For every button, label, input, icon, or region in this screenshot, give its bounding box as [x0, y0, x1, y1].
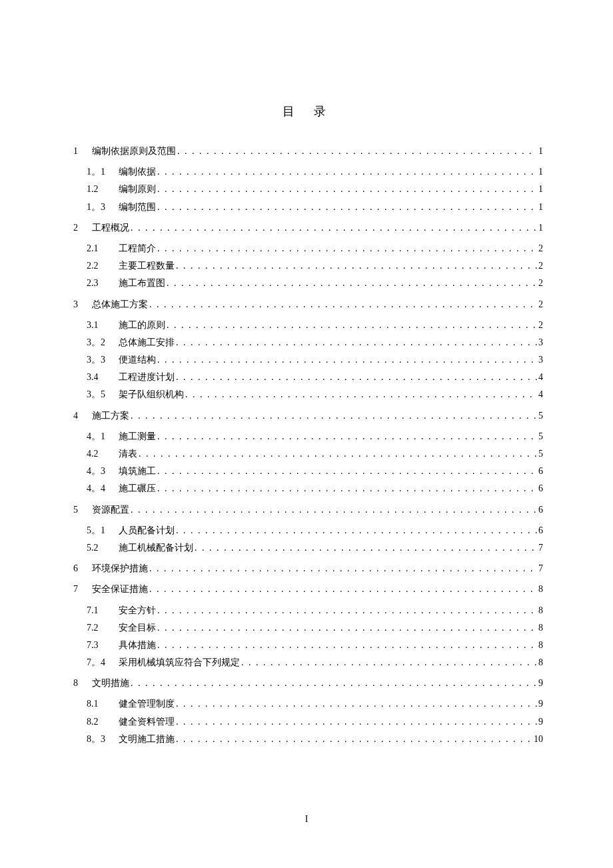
- toc-entry: 1。3编制范围. . . . . . . . . . . . . . . . .…: [87, 199, 543, 215]
- toc-entry: 8.2健全资料管理. . . . . . . . . . . . . . . .…: [87, 713, 543, 730]
- toc-dots: . . . . . . . . . . . . . . . . . . . . …: [156, 602, 537, 619]
- toc-entry-number: 3.1: [87, 317, 119, 333]
- toc-entry-number: 8。3: [87, 731, 119, 747]
- toc-entry: 8.1健全管理制度. . . . . . . . . . . . . . . .…: [87, 695, 543, 712]
- toc-dots: . . . . . . . . . . . . . . . . . . . . …: [156, 181, 537, 197]
- toc-dots: . . . . . . . . . . . . . . . . . . . . …: [156, 240, 537, 257]
- toc-entry-number: 7.3: [87, 637, 119, 653]
- toc-entry-page: 2: [537, 240, 543, 257]
- toc-entry: 7。4采用机械填筑应符合下列规定. . . . . . . . . . . . …: [87, 654, 543, 671]
- toc-entry-page: 5: [537, 445, 543, 462]
- toc-entry-page: 1: [537, 219, 543, 236]
- toc-entry: 6环境保护措施. . . . . . . . . . . . . . . . .…: [73, 560, 543, 577]
- toc-entry-label: 人员配备计划: [119, 522, 175, 539]
- toc-entry-page: 8: [537, 602, 543, 619]
- toc-entry-number: 3。3: [87, 351, 119, 368]
- toc-entry: 2工程概况. . . . . . . . . . . . . . . . . .…: [73, 219, 543, 236]
- toc-dots: . . . . . . . . . . . . . . . . . . . . …: [193, 539, 537, 556]
- toc-entry-label: 健全管理制度: [119, 695, 175, 712]
- toc-entry-number: 8: [73, 675, 92, 691]
- toc-dots: . . . . . . . . . . . . . . . . . . . . …: [156, 637, 537, 653]
- toc-entry-label: 文明措施: [92, 675, 129, 691]
- toc-entry-number: 7: [73, 581, 92, 597]
- toc-entry: 4。1施工测量. . . . . . . . . . . . . . . . .…: [87, 428, 543, 445]
- toc-entry-number: 4: [73, 407, 92, 424]
- toc-entry: 2.2主要工程数量. . . . . . . . . . . . . . . .…: [87, 257, 543, 274]
- toc-entry: 7.1安全方针. . . . . . . . . . . . . . . . .…: [87, 602, 543, 619]
- toc-entry-page: 6: [537, 501, 543, 518]
- toc-dots: . . . . . . . . . . . . . . . . . . . . …: [165, 317, 537, 333]
- toc-entry: 5。1人员配备计划. . . . . . . . . . . . . . . .…: [87, 522, 543, 539]
- toc-entry-page: 9: [537, 695, 543, 712]
- toc-entry-label: 环境保护措施: [92, 560, 148, 577]
- toc-entry-number: 3。5: [87, 386, 119, 403]
- toc-entry-label: 施工测量: [119, 428, 156, 445]
- toc-dots: . . . . . . . . . . . . . . . . . . . . …: [148, 581, 537, 597]
- toc-dots: . . . . . . . . . . . . . . . . . . . . …: [148, 560, 537, 577]
- toc-entry-page: 9: [537, 675, 543, 691]
- toc-entry-page: 5: [537, 407, 543, 424]
- toc-entry: 4。4施工碾压. . . . . . . . . . . . . . . . .…: [87, 480, 543, 497]
- toc-entry-number: 4。4: [87, 480, 119, 497]
- toc-entry: 1。1编制依据. . . . . . . . . . . . . . . . .…: [87, 163, 543, 180]
- toc-entry-label: 填筑施工: [119, 463, 156, 479]
- toc-entry-number: 4。3: [87, 463, 119, 479]
- toc-dots: . . . . . . . . . . . . . . . . . . . . …: [175, 713, 537, 730]
- toc-entry-number: 3。2: [87, 334, 119, 351]
- toc-entry-page: 3: [537, 351, 543, 368]
- toc-entry-number: 3.4: [87, 369, 119, 385]
- toc-dots: . . . . . . . . . . . . . . . . . . . . …: [129, 219, 537, 236]
- toc-entry-label: 资源配置: [92, 501, 129, 518]
- toc-entry-page: 10: [532, 731, 543, 747]
- toc-dots: . . . . . . . . . . . . . . . . . . . . …: [156, 480, 537, 497]
- page-number: I: [0, 814, 613, 825]
- toc-entry-page: 2: [537, 296, 543, 313]
- toc-title: 目 录: [73, 103, 543, 119]
- toc-entry-label: 清表: [119, 445, 137, 462]
- toc-entry-number: 5。1: [87, 522, 119, 539]
- toc-entry: 8文明措施. . . . . . . . . . . . . . . . . .…: [73, 675, 543, 691]
- toc-entry-page: 2: [537, 275, 543, 291]
- toc-entry-number: 2.3: [87, 275, 119, 291]
- toc-entry-label: 编制原则: [119, 181, 156, 197]
- toc-entry-page: 6: [537, 522, 543, 539]
- toc-entry: 3.4工程进度计划. . . . . . . . . . . . . . . .…: [87, 369, 543, 385]
- toc-dots: . . . . . . . . . . . . . . . . . . . . …: [175, 731, 532, 747]
- toc-entry-label: 施工碾压: [119, 480, 156, 497]
- toc-dots: . . . . . . . . . . . . . . . . . . . . …: [129, 407, 537, 424]
- toc-dots: . . . . . . . . . . . . . . . . . . . . …: [129, 675, 537, 691]
- toc-entry-label: 总体施工安排: [119, 334, 175, 351]
- toc-entry: 3。3便道结构. . . . . . . . . . . . . . . . .…: [87, 351, 543, 368]
- toc-entry-page: 1: [537, 181, 543, 197]
- toc-entry: 3总体施工方案. . . . . . . . . . . . . . . . .…: [73, 296, 543, 313]
- toc-entry-page: 1: [537, 199, 543, 215]
- toc-dots: . . . . . . . . . . . . . . . . . . . . …: [175, 334, 537, 351]
- toc-entry-label: 安全方针: [119, 602, 156, 619]
- toc-dots: . . . . . . . . . . . . . . . . . . . . …: [156, 351, 537, 368]
- toc-entry-number: 7。4: [87, 654, 119, 671]
- toc-entry-label: 编制范围: [119, 199, 156, 215]
- toc-entry-number: 2.2: [87, 257, 119, 274]
- toc-entry-number: 2.1: [87, 240, 119, 257]
- toc-dots: . . . . . . . . . . . . . . . . . . . . …: [175, 369, 537, 385]
- toc-dots: . . . . . . . . . . . . . . . . . . . . …: [175, 522, 537, 539]
- toc-entry-label: 施工布置图: [119, 275, 165, 291]
- toc-dots: . . . . . . . . . . . . . . . . . . . . …: [175, 257, 537, 274]
- toc-entry: 3.1施工的原则. . . . . . . . . . . . . . . . …: [87, 317, 543, 333]
- toc-entry-number: 6: [73, 560, 92, 577]
- toc-entry: 2.3施工布置图. . . . . . . . . . . . . . . . …: [87, 275, 543, 291]
- toc-entry-label: 施工方案: [92, 407, 129, 424]
- toc-entry: 5.2施工机械配备计划. . . . . . . . . . . . . . .…: [87, 539, 543, 556]
- toc-container: 1编制依据原则及范围. . . . . . . . . . . . . . . …: [73, 143, 543, 747]
- toc-entry-label: 安全保证措施: [92, 581, 148, 597]
- toc-dots: . . . . . . . . . . . . . . . . . . . . …: [129, 501, 537, 518]
- toc-entry-page: 8: [537, 581, 543, 597]
- toc-entry: 7.3具体措施. . . . . . . . . . . . . . . . .…: [87, 637, 543, 653]
- toc-dots: . . . . . . . . . . . . . . . . . . . . …: [176, 143, 537, 159]
- toc-entry-number: 7.2: [87, 619, 119, 636]
- toc-entry-label: 文明施工措施: [119, 731, 175, 747]
- toc-entry: 1.2编制原则. . . . . . . . . . . . . . . . .…: [87, 181, 543, 197]
- toc-entry-label: 采用机械填筑应符合下列规定: [119, 654, 240, 671]
- toc-entry-page: 8: [537, 637, 543, 653]
- toc-entry-label: 架子队组织机构: [119, 386, 184, 403]
